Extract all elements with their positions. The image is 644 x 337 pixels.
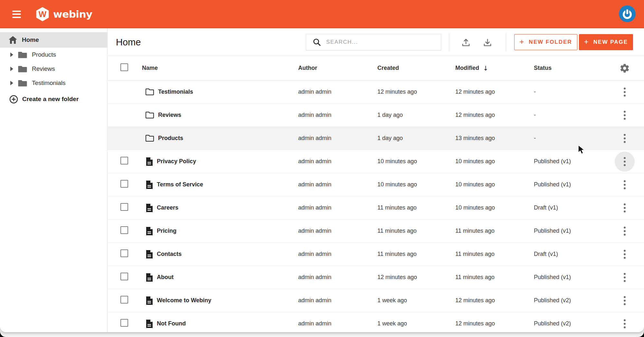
row-checkbox[interactable] bbox=[120, 296, 128, 304]
row-menu-highlight bbox=[615, 175, 635, 195]
row-kebab-menu-button[interactable] bbox=[622, 132, 628, 145]
row-checkbox[interactable] bbox=[120, 203, 128, 211]
new-page-button[interactable]: + NEW PAGE bbox=[579, 34, 633, 50]
row-name[interactable]: Welcome to Webiny bbox=[157, 297, 211, 304]
row-name[interactable]: Not Found bbox=[157, 320, 186, 327]
row-kebab-menu-button[interactable] bbox=[622, 317, 628, 330]
row-author: admin admin bbox=[298, 112, 377, 118]
row-status: Published (v1) bbox=[534, 228, 605, 234]
row-kebab-menu-button[interactable] bbox=[622, 248, 628, 261]
table-row[interactable]: About admin admin 12 minutes ago 11 minu… bbox=[108, 266, 644, 289]
row-modified: 10 minutes ago bbox=[455, 181, 534, 188]
row-status: Draft (v1) bbox=[534, 204, 605, 211]
row-kebab-menu-button[interactable] bbox=[622, 271, 628, 284]
row-kebab-menu-button[interactable] bbox=[622, 155, 628, 168]
row-checkbox[interactable] bbox=[120, 157, 128, 164]
row-author: admin admin bbox=[298, 274, 377, 281]
row-checkbox[interactable] bbox=[120, 226, 128, 234]
sidebar-home-label: Home bbox=[22, 36, 39, 43]
sidebar: Home Products Reviews Testimonials bbox=[0, 28, 108, 332]
row-menu-highlight bbox=[615, 105, 635, 125]
row-kebab-menu-button[interactable] bbox=[622, 86, 628, 98]
row-menu-highlight bbox=[615, 128, 635, 148]
row-kebab-menu-button[interactable] bbox=[622, 109, 628, 122]
sidebar-folder-item[interactable]: Testimonials bbox=[0, 76, 107, 90]
row-menu-highlight bbox=[615, 314, 635, 332]
row-status: - bbox=[534, 89, 605, 95]
sidebar-folder-item[interactable]: Reviews bbox=[0, 62, 107, 76]
table-row[interactable]: Terms of Service admin admin 10 minutes … bbox=[108, 173, 644, 196]
table-row[interactable]: Reviews admin admin 1 day ago 12 minutes… bbox=[108, 104, 644, 127]
sidebar-folder-item[interactable]: Products bbox=[0, 48, 107, 62]
table-row[interactable]: Testimonials admin admin 12 minutes ago … bbox=[108, 80, 644, 104]
new-folder-button-label: NEW FOLDER bbox=[529, 39, 572, 45]
caret-right-icon[interactable] bbox=[10, 81, 13, 85]
caret-right-icon[interactable] bbox=[10, 67, 13, 71]
row-modified: 12 minutes ago bbox=[455, 320, 534, 327]
table-row[interactable]: Privacy Policy admin admin 10 minutes ag… bbox=[108, 150, 644, 173]
folder-outline-icon bbox=[146, 135, 154, 142]
row-checkbox[interactable] bbox=[120, 249, 128, 257]
menu-hamburger-icon[interactable] bbox=[12, 11, 21, 18]
row-name[interactable]: Reviews bbox=[158, 112, 181, 118]
row-name[interactable]: Careers bbox=[157, 204, 178, 211]
row-name[interactable]: Pricing bbox=[157, 228, 176, 234]
row-name[interactable]: Privacy Policy bbox=[157, 158, 196, 165]
row-checkbox[interactable] bbox=[120, 273, 128, 280]
column-header-modified[interactable]: Modified ↓ bbox=[455, 64, 534, 72]
row-name[interactable]: Products bbox=[158, 135, 183, 142]
row-modified: 10 minutes ago bbox=[455, 204, 534, 211]
row-modified: 11 minutes ago bbox=[455, 251, 534, 257]
row-checkbox[interactable] bbox=[120, 180, 128, 188]
row-author: admin admin bbox=[298, 89, 377, 95]
row-name[interactable]: Testimonials bbox=[158, 89, 193, 95]
table-row[interactable]: Contacts admin admin 11 minutes ago 11 m… bbox=[108, 243, 644, 266]
table-row[interactable]: Products admin admin 1 day ago 13 minute… bbox=[108, 127, 644, 150]
table-row[interactable]: Pricing admin admin 11 minutes ago 11 mi… bbox=[108, 220, 644, 243]
row-name[interactable]: About bbox=[157, 274, 174, 281]
page-header: Home bbox=[108, 28, 644, 56]
folder-outline-icon bbox=[146, 88, 154, 96]
row-author: admin admin bbox=[298, 181, 377, 188]
header-divider bbox=[506, 33, 506, 51]
row-name[interactable]: Contacts bbox=[157, 251, 182, 257]
search-input[interactable] bbox=[326, 39, 433, 46]
table-settings-gear-icon[interactable] bbox=[620, 63, 630, 73]
row-kebab-menu-button[interactable] bbox=[622, 178, 628, 191]
user-avatar[interactable] bbox=[619, 5, 636, 22]
caret-right-icon[interactable] bbox=[10, 52, 13, 57]
row-author: admin admin bbox=[298, 204, 377, 211]
sidebar-folder-label: Reviews bbox=[32, 65, 55, 72]
folder-filled-icon bbox=[18, 79, 27, 87]
row-name[interactable]: Terms of Service bbox=[157, 181, 203, 188]
row-modified: 10 minutes ago bbox=[455, 158, 534, 165]
import-button[interactable] bbox=[460, 37, 471, 48]
row-kebab-menu-button[interactable] bbox=[622, 201, 628, 214]
row-created: 1 day ago bbox=[377, 112, 455, 118]
column-header-created[interactable]: Created bbox=[377, 65, 455, 71]
row-kebab-menu-button[interactable] bbox=[622, 294, 628, 307]
column-header-name[interactable]: Name bbox=[142, 65, 298, 71]
row-checkbox[interactable] bbox=[120, 319, 128, 327]
row-author: admin admin bbox=[298, 297, 377, 304]
plus-icon: + bbox=[584, 37, 589, 46]
export-button[interactable] bbox=[482, 37, 493, 48]
table-row[interactable]: Careers admin admin 11 minutes ago 10 mi… bbox=[108, 196, 644, 220]
sidebar-item-home[interactable]: Home bbox=[0, 32, 107, 48]
row-modified: 11 minutes ago bbox=[455, 274, 534, 281]
row-kebab-menu-button[interactable] bbox=[622, 225, 628, 238]
row-menu-highlight bbox=[615, 244, 635, 264]
create-new-folder-button[interactable]: Create a new folder bbox=[0, 93, 107, 106]
search-box bbox=[306, 34, 441, 51]
table-row[interactable]: Not Found admin admin 1 week ago 12 minu… bbox=[108, 312, 644, 332]
row-created: 1 week ago bbox=[377, 297, 455, 304]
row-status: - bbox=[534, 135, 605, 142]
select-all-checkbox[interactable] bbox=[120, 63, 128, 71]
row-status: Draft (v1) bbox=[534, 251, 605, 257]
table-row[interactable]: Welcome to Webiny admin admin 1 week ago… bbox=[108, 289, 644, 312]
page-title: Home bbox=[116, 28, 141, 56]
new-folder-button[interactable]: + NEW FOLDER bbox=[514, 34, 577, 50]
column-header-status[interactable]: Status bbox=[534, 65, 605, 71]
column-header-author[interactable]: Author bbox=[298, 65, 377, 71]
row-menu-highlight bbox=[615, 198, 635, 218]
